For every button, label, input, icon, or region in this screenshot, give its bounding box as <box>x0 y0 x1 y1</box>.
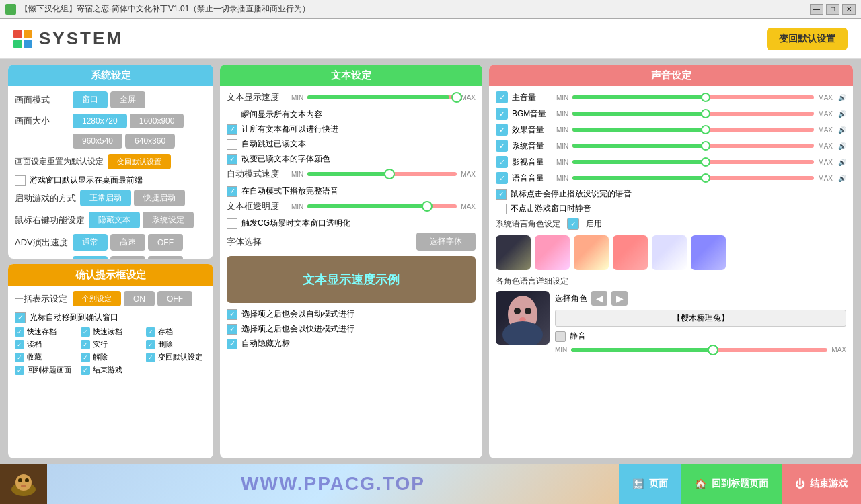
size-1600-btn[interactable]: 1600x900 <box>130 114 184 128</box>
vol-check-2[interactable] <box>496 124 508 136</box>
check-save: 存档 <box>146 327 207 337</box>
auto-skip-check[interactable] <box>227 139 237 150</box>
mouse-stop-label: 鼠标点击会停止播放没说完的语音 <box>511 188 632 200</box>
back-title-btn[interactable]: 🏠 回到标题页面 <box>681 464 782 504</box>
avatar-5[interactable] <box>652 235 687 270</box>
vol-slider-4[interactable] <box>572 160 814 164</box>
vol-check-1[interactable] <box>496 108 508 120</box>
window-front-check[interactable] <box>15 175 26 186</box>
vol-slider-5[interactable] <box>572 176 814 180</box>
size-960-btn[interactable]: 960x540 <box>73 134 122 149</box>
char-mute-check[interactable] <box>555 331 566 342</box>
play-voice-label: 在自动模式下播放完整语音 <box>241 185 338 197</box>
vol-slider-0[interactable] <box>572 95 814 99</box>
auto-hide-cursor-row: 自动隐藏光标 <box>227 338 476 349</box>
vol-slider-1[interactable] <box>572 112 814 116</box>
vol-row-2: 效果音量 MIN MAX 🔊 <box>496 124 846 136</box>
vol-label-5: 语音音量 <box>512 173 552 184</box>
right-click-label: 鼠标右键功能设定 <box>15 214 85 226</box>
cursor-auto-label: 光标自动移到到确认窗口 <box>30 312 118 323</box>
confirm-panel-header: 确认提示框设定 <box>8 264 213 286</box>
text-demo-box: 文本显示速度示例 <box>227 256 476 303</box>
vol-label-3: 系统音量 <box>512 140 552 152</box>
vol-check-4[interactable] <box>496 156 508 168</box>
vol-label-2: 效果音量 <box>512 124 552 136</box>
off-btn[interactable]: OFF <box>157 291 192 306</box>
size-1280-btn[interactable]: 1280x720 <box>73 114 127 128</box>
font-select-btn[interactable]: 选择字体 <box>416 233 476 251</box>
text-panel-body: 文本显示速度 MIN MAX 瞬间显示所有文本内容 让所有文本都可以进行快进 <box>220 86 482 358</box>
global-reset-button[interactable]: 变回默认设置 <box>767 28 848 50</box>
quick-start-btn[interactable]: 快捷启动 <box>134 190 185 206</box>
auto-speed-row: 自动模式速度 MIN MAX <box>227 168 476 180</box>
avatar-6[interactable] <box>691 235 726 270</box>
char-vol-slider[interactable] <box>571 348 827 352</box>
on-btn[interactable]: ON <box>124 291 155 306</box>
system-panel: 系统设定 画面模式 窗口 全屏 画面大小 1280x720 1600x900 <box>8 65 213 259</box>
char-detail-label: 各角色语言详细设定 <box>496 276 846 287</box>
vol-check-5[interactable] <box>496 172 508 184</box>
auto-hide-cursor-check[interactable] <box>227 339 237 349</box>
char-lang-label: 系统语言角色设定 <box>496 218 560 230</box>
right-click-btns: 隐藏文本 系统设定 <box>89 212 194 228</box>
avatar-4[interactable] <box>613 235 648 270</box>
after-choice-auto-check[interactable] <box>227 309 237 320</box>
fullscreen-btn[interactable]: 全屏 <box>110 91 145 108</box>
char-prev-btn[interactable]: ◀ <box>591 291 607 306</box>
system-setting-btn[interactable]: 系统设定 <box>143 212 194 228</box>
right-click-row: 鼠标右键功能设定 隐藏文本 系统设定 <box>15 212 207 228</box>
text-panel: 文本设定 文本显示速度 MIN MAX 瞬间显示所有文本内容 让所有文本 <box>220 65 482 458</box>
change-color-check[interactable] <box>227 154 237 165</box>
cg-transparent-row: 触发CG场景时文本窗口透明化 <box>227 218 476 229</box>
sys-fast-btn[interactable]: 高速 <box>110 256 145 259</box>
vol-label-0: 主音量 <box>512 92 552 103</box>
sound-panel-header: 声音设定 <box>489 65 853 86</box>
adv-normal-btn[interactable]: 通常 <box>73 234 108 251</box>
char-vol-row: MIN MAX <box>555 346 846 353</box>
vol-check-0[interactable] <box>496 91 508 103</box>
individual-btn[interactable]: 个别设定 <box>73 291 121 306</box>
hide-text-btn[interactable]: 隐藏文本 <box>89 212 140 228</box>
cursor-auto-check[interactable] <box>15 312 26 323</box>
adv-fast-btn[interactable]: 高速 <box>110 234 145 251</box>
cursor-auto-row: 光标自动移到到确认窗口 <box>15 312 207 323</box>
minimize-button[interactable]: — <box>810 4 823 15</box>
allow-skip-check[interactable] <box>227 124 237 135</box>
normal-start-btn[interactable]: 正常启动 <box>80 190 131 206</box>
char-detail: 选择角色 ◀ ▶ 【樱木桥理兔】 静音 MIN <box>496 291 846 359</box>
font-label: 字体选择 <box>227 236 280 248</box>
close-button[interactable]: ✕ <box>842 4 856 15</box>
char-next-btn[interactable]: ▶ <box>611 291 628 306</box>
cg-transparent-check[interactable] <box>227 218 237 229</box>
auto-speed-slider[interactable] <box>307 172 457 176</box>
reset-screen-btn[interactable]: 变回默认设置 <box>108 154 171 169</box>
transparency-slider[interactable] <box>307 204 457 208</box>
char-lang-check[interactable] <box>567 218 579 230</box>
check-delete: 删除 <box>146 339 207 349</box>
vol-slider-3[interactable] <box>572 144 814 148</box>
avatar-2[interactable] <box>535 235 570 270</box>
adv-off-btn[interactable]: OFF <box>148 234 183 251</box>
mouse-stop-check[interactable] <box>496 189 507 200</box>
avatar-1[interactable] <box>496 235 531 270</box>
text-demo-text: 文本显示速度示例 <box>303 271 400 288</box>
text-speed-slider[interactable] <box>307 95 457 99</box>
sys-off-btn[interactable]: OFF <box>148 256 183 259</box>
after-choice-skip-check[interactable] <box>227 324 237 335</box>
no-click-mute-check[interactable] <box>496 204 507 214</box>
size-640-btn[interactable]: 640x360 <box>125 134 175 149</box>
confirm-panel: 确认提示框设定 一括表示设定 个别设定 ON OFF 光标自动移到到确认窗口 <box>8 264 213 458</box>
reset-screen-label: 画面设定重置为默认设定 <box>15 156 104 167</box>
sys-normal-btn[interactable]: 通常 <box>73 256 108 259</box>
restore-button[interactable]: □ <box>826 4 839 15</box>
end-game-btn[interactable]: ⏻ 结束游戏 <box>782 464 861 504</box>
instant-show-check[interactable] <box>227 110 237 120</box>
reset-screen-row: 画面设定重置为默认设定 变回默认设置 <box>15 154 207 169</box>
vol-check-3[interactable] <box>496 140 508 152</box>
unified-btns: 个别设定 ON OFF <box>73 291 192 306</box>
back-page-btn[interactable]: 🔙 页面 <box>619 464 681 504</box>
vol-slider-2[interactable] <box>572 128 814 132</box>
play-voice-check[interactable] <box>227 186 237 197</box>
avatar-3[interactable] <box>574 235 609 270</box>
window-btn[interactable]: 窗口 <box>73 91 108 108</box>
